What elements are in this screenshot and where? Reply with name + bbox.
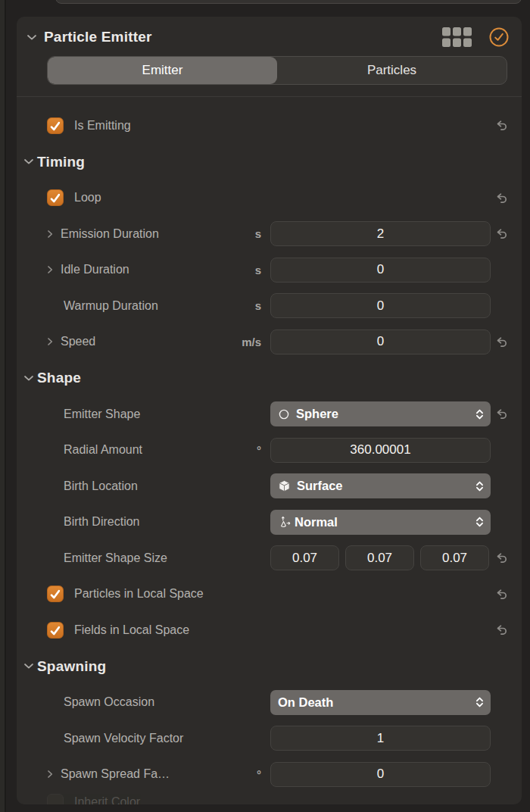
shape-size-y-input[interactable] [345,545,414,570]
normal-direction-icon [278,515,292,529]
popup-value: Normal [295,515,338,529]
tab-particles[interactable]: Particles [277,57,507,84]
unit-label: m/s [242,336,261,348]
popup-value: Sphere [296,407,338,421]
popup-value: Surface [297,479,343,493]
idle-duration-label: Idle Duration [61,263,129,276]
row-speed: Speed m/s [17,324,522,361]
emitter-shape-popup[interactable]: Sphere [270,401,491,426]
emitter-shape-label: Emitter Shape [64,408,140,421]
reset-icon[interactable] [491,119,513,132]
section-spawning[interactable]: Spawning [17,648,522,685]
updown-chevrons-icon [475,516,484,528]
grid-icon[interactable] [442,27,472,47]
disclosure-chevron-icon[interactable] [47,265,54,274]
section-title: Spawning [37,658,106,675]
loop-label: Loop [74,191,101,205]
section-shape[interactable]: Shape [17,360,522,396]
unit-label: ° [257,768,261,781]
chevron-down-icon [23,375,34,382]
reset-icon[interactable] [491,623,513,636]
chevron-down-icon [23,663,34,670]
row-spawn-velocity-factor: Spawn Velocity Factor [17,720,522,757]
row-birth-location: Birth Location Surface [17,468,522,504]
chevron-down-icon [23,158,34,165]
particles-local-space-checkbox[interactable] [47,586,64,602]
row-idle-duration: Idle Duration s [17,252,522,289]
birth-location-popup[interactable]: Surface [270,473,491,498]
updown-chevrons-icon [475,696,484,708]
section-title: Shape [37,370,81,386]
row-spawn-occasion: Spawn Occasion On Death [17,685,522,721]
speed-label: Speed [61,335,95,348]
chevron-down-icon[interactable] [26,34,37,41]
inherit-color-label: Inherit Color [74,795,140,804]
reset-icon[interactable] [491,336,513,348]
reset-icon[interactable] [491,227,513,240]
spawn-spread-factor-input[interactable] [270,762,491,787]
row-warmup-duration: Warmup Duration s [17,288,522,324]
emitter-shape-size-label: Emitter Shape Size [64,551,167,565]
spawn-occasion-label: Spawn Occasion [64,695,154,709]
row-fields-local-space: Fields in Local Space [17,612,522,648]
section-timing[interactable]: Timing [17,144,522,180]
updown-chevrons-icon [475,480,484,492]
row-birth-direction: Birth Direction Normal [17,504,522,541]
particle-emitter-inspector-card: Particle Emitter Emitter [17,17,522,804]
spawn-spread-factor-label: Spawn Spread Fa… [61,767,170,781]
row-emitter-shape-size: Emitter Shape Size [17,540,522,576]
fields-local-space-label: Fields in Local Space [74,623,189,637]
warmup-duration-label: Warmup Duration [64,299,158,313]
emission-duration-label: Emission Duration [61,227,159,241]
row-inherit-color: Inherit Color [17,792,522,804]
unit-label: s [255,299,261,312]
reset-icon[interactable] [491,408,513,420]
idle-duration-input[interactable] [270,258,491,283]
sphere-icon [278,408,290,420]
popup-value: On Death [278,695,333,710]
reset-icon[interactable] [491,192,513,205]
birth-location-label: Birth Location [64,479,138,493]
unit-label: s [255,264,261,276]
page-title: Particle Emitter [44,29,152,45]
updown-chevrons-icon [475,408,484,420]
cube-icon [278,479,291,492]
is-emitting-checkbox[interactable] [47,117,64,134]
radial-amount-label: Radial Amount [64,443,142,457]
card-header: Particle Emitter [17,17,522,51]
birth-direction-popup[interactable]: Normal [270,510,491,535]
check-circle-icon[interactable] [488,27,510,48]
speed-input[interactable] [270,329,491,354]
spawn-occasion-popup[interactable]: On Death [270,690,491,715]
warmup-duration-input[interactable] [270,293,491,318]
tab-emitter[interactable]: Emitter [48,57,277,84]
row-radial-amount: Radial Amount ° [17,433,522,469]
row-particles-local-space: Particles in Local Space [17,576,522,613]
row-loop: Loop [17,180,522,217]
particles-local-space-label: Particles in Local Space [74,587,204,601]
loop-checkbox[interactable] [47,189,64,206]
shape-size-z-input[interactable] [420,545,489,570]
emission-duration-input[interactable] [270,221,491,246]
is-emitting-label: Is Emitting [74,119,131,133]
spawn-velocity-factor-input[interactable] [270,726,491,751]
row-is-emitting: Is Emitting [17,108,522,144]
panel-divider-line [5,0,6,812]
previous-card-bottom-edge [55,0,522,4]
reset-icon[interactable] [491,588,513,601]
birth-direction-label: Birth Direction [64,515,139,529]
radial-amount-input[interactable] [270,438,491,463]
disclosure-chevron-icon[interactable] [47,770,54,779]
unit-label: s [255,227,261,240]
reset-icon[interactable] [491,551,513,564]
disclosure-chevron-icon[interactable] [47,337,54,346]
disclosure-chevron-icon[interactable] [47,230,54,239]
inherit-color-checkbox[interactable] [47,794,64,804]
row-emission-duration: Emission Duration s [17,216,522,252]
row-spawn-spread-factor: Spawn Spread Fa… ° [17,757,522,793]
emitter-particles-segmented-control: Emitter Particles [47,56,507,85]
fields-local-space-checkbox[interactable] [47,622,64,639]
unit-label: ° [257,444,261,457]
shape-size-x-input[interactable] [270,545,339,570]
section-title: Timing [37,154,85,170]
